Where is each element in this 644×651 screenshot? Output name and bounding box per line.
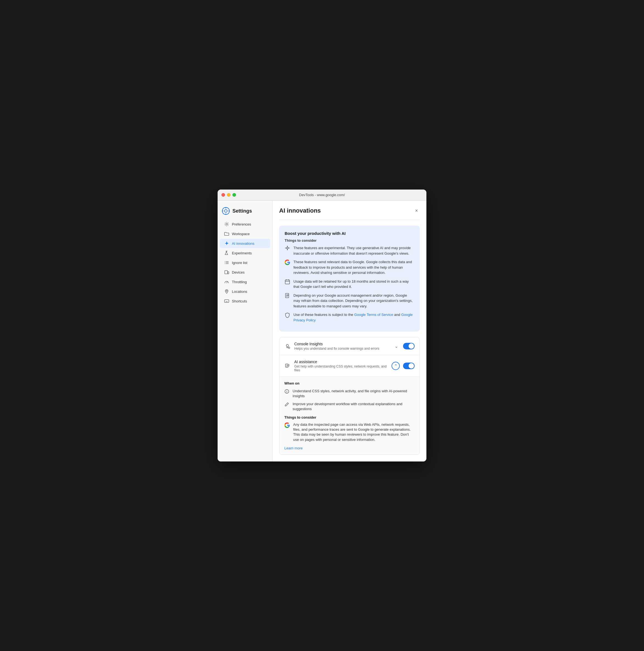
info-item-text-retention: Usage data will be retained for up to 18…: [294, 279, 414, 289]
console-insights-info: Console Insights Helps you understand an…: [294, 342, 393, 350]
list-icon: [224, 260, 229, 265]
keyboard-icon: [224, 299, 229, 304]
info-box: Boost your productivity with AI Things t…: [279, 225, 420, 332]
svg-point-16: [226, 290, 227, 291]
info-item-text-google: These features send relevant data to Goo…: [294, 259, 414, 276]
ai-assistance-actions: ⌃: [392, 362, 415, 370]
ai-assistance-expanded: When on Understand CSS styles, network a…: [279, 377, 420, 455]
sidebar-item-label: Devices: [232, 270, 245, 274]
svg-point-36: [286, 390, 287, 391]
sidebar: Settings Preferences Workspace: [218, 200, 273, 462]
sidebar-item-label: Workspace: [232, 232, 250, 236]
sidebar-item-label: Shortcuts: [232, 299, 247, 303]
close-button[interactable]: ×: [413, 207, 420, 214]
sidebar-item-throttling[interactable]: Throttling: [220, 277, 270, 286]
folder-icon: [224, 231, 229, 236]
lightbulb-gear-icon: [284, 343, 290, 349]
svg-rect-23: [285, 280, 289, 284]
document-icon: [285, 293, 290, 299]
sparkle-icon: [224, 241, 229, 246]
when-on-item-workflow: Improve your development workflow with c…: [284, 402, 415, 411]
ai-assistance-desc: Get help with understanding CSS styles, …: [294, 365, 392, 372]
svg-point-10: [225, 261, 225, 262]
info-item-experimental: These features are experimental. They us…: [285, 245, 414, 256]
when-on-text-workflow: Improve your development workflow with c…: [293, 402, 415, 411]
settings-logo-icon: [222, 207, 230, 215]
console-insights-title: Console Insights: [294, 342, 393, 346]
google-icon: [285, 259, 290, 265]
settings-window: DevTools - www.google.com/ Settings: [218, 189, 426, 462]
sidebar-item-label: Experiments: [232, 251, 252, 255]
privacy-link[interactable]: Google Privacy Policy: [294, 313, 413, 322]
content-area: Settings Preferences Workspace: [218, 200, 426, 462]
traffic-lights: [221, 193, 236, 197]
sidebar-item-label: Ignore list: [232, 261, 247, 265]
svg-point-11: [225, 262, 225, 263]
sidebar-item-label: AI innovations: [232, 242, 254, 246]
consider-text-google: Any data the inspected page can access v…: [293, 422, 415, 442]
close-traffic-light[interactable]: [221, 193, 225, 197]
when-on-item-css: Understand CSS styles, network activity,…: [284, 389, 415, 399]
features-card: Console Insights Helps you understand an…: [279, 337, 420, 455]
title-bar: DevTools - www.google.com/: [218, 189, 426, 200]
flask-icon: [224, 250, 229, 255]
ai-assist-icon: [284, 363, 290, 369]
pen-icon: [284, 402, 289, 407]
console-insights-actions: ⌄: [393, 343, 415, 350]
info-item-google-data: These features send relevant data to Goo…: [285, 259, 414, 276]
device-icon: [224, 270, 229, 275]
sidebar-item-ignore-list[interactable]: Ignore list: [220, 258, 270, 267]
when-on-title: When on: [284, 381, 415, 385]
svg-point-31: [286, 344, 288, 347]
sidebar-item-devices[interactable]: Devices: [220, 268, 270, 277]
sidebar-title: Settings: [233, 208, 252, 214]
sidebar-item-label: Throttling: [232, 280, 247, 284]
learn-more-link[interactable]: Learn more: [284, 446, 415, 450]
ai-assistance-title: AI assistance: [294, 360, 392, 364]
info-item-text-account: Depending on your Google account managem…: [294, 293, 414, 309]
info-item-text-tos: Use of these features is subject to the …: [294, 312, 414, 323]
ai-assistance-row: AI assistance Get help with understandin…: [279, 355, 420, 377]
calendar-icon: [285, 279, 290, 285]
sidebar-item-ai-innovations[interactable]: AI innovations: [220, 239, 270, 248]
console-insights-chevron[interactable]: ⌄: [393, 343, 400, 350]
sparkle-warn-icon: [285, 246, 290, 251]
gear-icon: [224, 222, 229, 227]
window-title: DevTools - www.google.com/: [299, 193, 345, 197]
sidebar-item-label: Preferences: [232, 222, 251, 226]
svg-point-1: [224, 210, 227, 212]
info-item-account: Depending on your Google account managem…: [285, 293, 414, 309]
svg-rect-17: [224, 300, 229, 303]
shield-icon: [285, 312, 290, 318]
ai-assistance-collapse-btn[interactable]: ⌃: [392, 362, 400, 370]
sidebar-item-preferences[interactable]: Preferences: [220, 219, 270, 229]
console-insights-desc: Helps you understand and fix console war…: [294, 347, 393, 350]
pin-icon: [224, 289, 229, 294]
sidebar-item-label: Locations: [232, 289, 247, 293]
sidebar-header: Settings: [218, 205, 272, 219]
page-title: AI innovations: [279, 207, 321, 214]
info-circle-icon: [284, 389, 289, 394]
sidebar-item-shortcuts[interactable]: Shortcuts: [220, 297, 270, 306]
svg-line-15: [227, 281, 227, 283]
svg-point-6: [226, 223, 227, 225]
info-box-subtitle: Things to consider: [285, 239, 414, 243]
when-on-text-css: Understand CSS styles, network activity,…: [293, 389, 415, 399]
minimize-traffic-light[interactable]: [227, 193, 231, 197]
svg-point-12: [225, 264, 225, 264]
sidebar-item-workspace[interactable]: Workspace: [220, 229, 270, 239]
sidebar-item-locations[interactable]: Locations: [220, 287, 270, 296]
sidebar-item-experiments[interactable]: Experiments: [220, 248, 270, 258]
main-content: AI innovations × Boost your productivity…: [273, 200, 426, 462]
maximize-traffic-light[interactable]: [233, 193, 236, 197]
tos-link[interactable]: Google Terms of Service: [354, 313, 393, 317]
things-to-consider-title: Things to consider: [284, 415, 415, 420]
svg-rect-13: [225, 271, 227, 274]
ai-assistance-info: AI assistance Get help with understandin…: [294, 360, 392, 372]
gauge-icon: [224, 279, 229, 284]
info-item-text-experimental: These features are experimental. They us…: [294, 245, 414, 256]
console-insights-toggle[interactable]: [403, 343, 415, 349]
google-icon-2: [284, 423, 290, 428]
header-divider: [279, 220, 420, 220]
ai-assistance-toggle[interactable]: [403, 363, 415, 369]
